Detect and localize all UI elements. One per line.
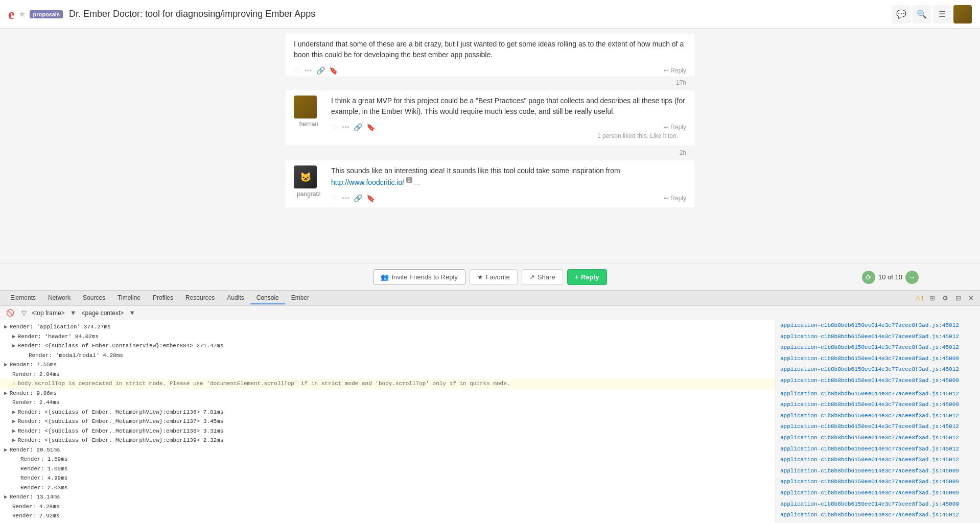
menu-icon-button[interactable]: ☰	[933, 5, 951, 23]
undock-icon[interactable]: ⊟	[953, 293, 963, 303]
like-icon-2[interactable]: ♡	[331, 123, 338, 131]
tab-resources[interactable]: Resources	[179, 292, 221, 304]
tab-sources[interactable]: Sources	[77, 292, 111, 304]
expand-arrow-11[interactable]: ▶	[12, 427, 16, 436]
expand-arrow-12[interactable]: ▶	[12, 436, 16, 445]
more-icon-2[interactable]: •••	[342, 123, 349, 131]
page-text: 10 of 10	[878, 273, 902, 281]
tab-ember[interactable]: Ember	[285, 292, 315, 304]
warning-icon-6: ⚠	[12, 379, 16, 388]
no-expand-19	[4, 503, 12, 511]
log-text-11: Render: <{subclass of Ember._MetamorphVi…	[18, 427, 224, 436]
tab-profiles[interactable]: Profiles	[147, 292, 179, 304]
more-icon-3[interactable]: •••	[342, 194, 349, 202]
source-link-1[interactable]: application-c1b8b8bdb6150ee014e3c77acee8…	[776, 331, 980, 343]
link-icon-2[interactable]: 🔗	[354, 123, 362, 131]
proposals-tag[interactable]: proposals	[30, 10, 63, 18]
username-hernan[interactable]: hernan	[299, 121, 318, 128]
expand-arrow-18[interactable]: ▶	[4, 493, 8, 502]
log-text-18: Render: 13.14ms	[10, 493, 60, 502]
source-link-14[interactable]: application-c1b8b8bdb6150ee014e3c77acee8…	[776, 466, 980, 477]
source-link-9[interactable]: application-c1b8b8bdb6150ee014e3c77acee8…	[776, 411, 980, 422]
source-link-3[interactable]: application-c1b8b8bdb6150ee014e3c77acee8…	[776, 353, 980, 365]
context-dropdown-icon[interactable]: ▼	[127, 308, 137, 318]
like-icon-3[interactable]: ♡	[331, 194, 338, 202]
log-line-17: Render: 2.03ms	[0, 483, 776, 493]
expand-arrow-2[interactable]: ▶	[12, 342, 16, 350]
frame-dropdown-icon[interactable]: ▼	[68, 308, 79, 318]
filter-icon[interactable]: ▽	[19, 308, 29, 318]
reply-btn-1[interactable]: ↩ Reply	[664, 67, 686, 74]
source-link-11[interactable]: application-c1b8b8bdb6150ee014e3c77acee8…	[776, 433, 980, 444]
star-icon[interactable]: ★	[18, 9, 26, 19]
close-icon[interactable]: ✕	[966, 293, 976, 303]
expand-arrow-4[interactable]: ▶	[4, 361, 8, 369]
log-line-10: ▶Render: <{subclass of Ember._MetamorphV…	[0, 417, 776, 426]
log-line-1: ▶Render: 'header' 84.02ms	[0, 332, 776, 342]
expand-arrow-0[interactable]: ▶	[4, 323, 8, 331]
link-icon-1[interactable]: 🔗	[316, 66, 325, 75]
source-link-13[interactable]: application-c1b8b8bdb6150ee014e3c77acee8…	[776, 455, 980, 466]
settings-icon[interactable]: ⚙	[940, 293, 950, 303]
log-text-12: Render: <{subclass of Ember._MetamorphVi…	[18, 436, 224, 445]
log-line-16: Render: 4.99ms	[0, 473, 776, 483]
clear-console-icon[interactable]: 🚫	[4, 308, 16, 318]
source-link-0[interactable]: application-c1b8b8bdb6150ee014e3c77acee8…	[776, 320, 980, 331]
tab-audits[interactable]: Audits	[221, 292, 250, 304]
time-separator-2h: 2h	[286, 147, 694, 158]
log-text-0: Render: 'application' 374.27ms	[10, 323, 111, 331]
reply-btn-3[interactable]: ↩ Reply	[664, 195, 686, 202]
source-link-17[interactable]: application-c1b8b8bdb6150ee014e3c77acee8…	[776, 499, 980, 510]
expand-arrow-9[interactable]: ▶	[12, 408, 16, 417]
source-link-19[interactable]: application-c1b8b8bdb6150ee014e3c77acee8…	[776, 521, 980, 523]
expand-arrow-21[interactable]: ▶	[4, 521, 8, 524]
source-link-2[interactable]: application-c1b8b8bdb6150ee014e3c77acee8…	[776, 342, 980, 353]
log-line-12: ▶Render: <{subclass of Ember._MetamorphV…	[0, 436, 776, 445]
reply-button[interactable]: + Reply	[567, 269, 607, 285]
expand-icon[interactable]: ⊞	[927, 293, 937, 303]
invite-friends-button[interactable]: 👥 Invite Friends to Reply	[373, 269, 465, 285]
expand-arrow-1[interactable]: ▶	[12, 332, 16, 341]
source-link-15[interactable]: application-c1b8b8bdb6150ee014e3c77acee8…	[776, 477, 980, 488]
more-icon-1[interactable]: •••	[305, 66, 312, 75]
source-link-12[interactable]: application-c1b8b8bdb6150ee014e3c77acee8…	[776, 444, 980, 455]
no-expand-8	[4, 398, 12, 407]
bookmark-icon-1[interactable]: 🔖	[329, 66, 338, 75]
prev-page-button[interactable]: ⟳	[862, 271, 875, 284]
bookmark-icon-3[interactable]: 🔖	[366, 194, 375, 202]
source-link-16[interactable]: application-c1b8b8bdb6150ee014e3c77acee8…	[776, 488, 980, 499]
reply-btn-2[interactable]: ↩ Reply	[664, 124, 686, 131]
log-text-10: Render: <{subclass of Ember._MetamorphVi…	[18, 417, 224, 426]
source-link-7[interactable]: application-c1b8b8bdb6150ee014e3c77acee8…	[776, 389, 980, 400]
source-link-18[interactable]: application-c1b8b8bdb6150ee014e3c77acee8…	[776, 510, 980, 521]
chat-icon-button[interactable]: 💬	[892, 5, 911, 23]
favorite-label: Favorite	[486, 273, 510, 281]
avatar[interactable]	[953, 5, 972, 23]
tab-console[interactable]: Console	[250, 292, 285, 304]
source-link-10[interactable]: application-c1b8b8bdb6150ee014e3c77acee8…	[776, 421, 980, 433]
search-icon-button[interactable]: 🔍	[913, 5, 931, 23]
link-icon-3[interactable]: 🔗	[354, 194, 362, 202]
source-link-8[interactable]: application-c1b8b8bdb6150ee014e3c77acee8…	[776, 399, 980, 411]
log-text-14: Render: 1.59ms	[20, 455, 67, 464]
log-line-13: ▶Render: 20.51ms	[0, 445, 776, 455]
share-button[interactable]: ↗ Share	[522, 269, 563, 285]
tab-elements[interactable]: Elements	[4, 292, 42, 304]
expand-arrow-7[interactable]: ▶	[4, 389, 8, 398]
log-text-20: Render: 2.92ms	[12, 512, 59, 520]
favorite-button[interactable]: ★ Favorite	[470, 269, 518, 285]
like-icon-1[interactable]: ♡	[294, 66, 300, 75]
foodcritic-link[interactable]: http://www.foodcritic.io/	[331, 178, 404, 186]
tab-timeline[interactable]: Timeline	[111, 292, 147, 304]
expand-arrow-13[interactable]: ▶	[4, 446, 8, 455]
expand-arrow-10[interactable]: ▶	[12, 417, 16, 426]
next-page-button[interactable]: →	[905, 271, 919, 284]
source-links-panel: application-c1b8b8bdb6150ee014e3c77acee8…	[776, 320, 980, 523]
tab-network[interactable]: Network	[42, 292, 77, 304]
bookmark-icon-2[interactable]: 🔖	[366, 123, 375, 131]
source-link-5[interactable]: application-c1b8b8bdb6150ee014e3c77acee8…	[776, 375, 980, 387]
frame-selector-label: <top frame>	[32, 310, 65, 317]
username-pangratz[interactable]: pangratz	[297, 191, 321, 198]
log-text-16: Render: 4.99ms	[20, 474, 67, 483]
source-link-4[interactable]: application-c1b8b8bdb6150ee014e3c77acee8…	[776, 364, 980, 375]
